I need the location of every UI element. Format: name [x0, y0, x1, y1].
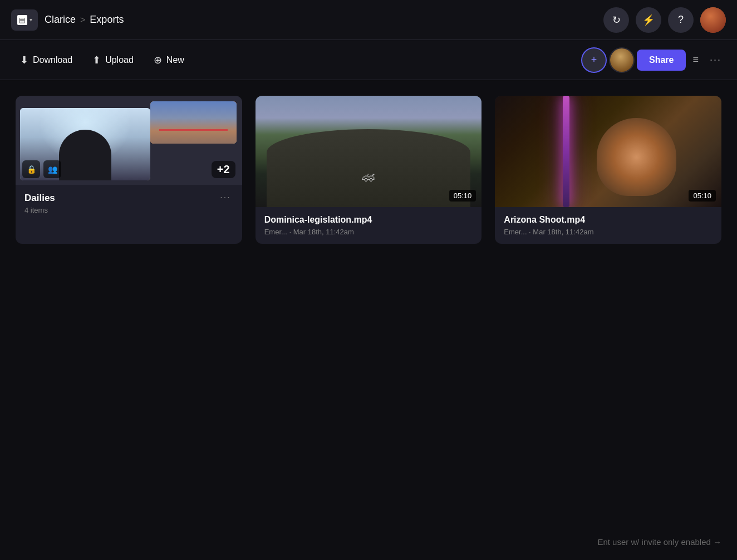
folder-text: Dailies 4 items: [24, 193, 55, 214]
folder-card-dailies[interactable]: 🔒 👥 +2 Dailies 4 items ···: [16, 96, 242, 244]
folder-title: Dailies: [24, 193, 55, 204]
upload-label: Upload: [105, 55, 134, 65]
main-content: 🔒 👥 +2 Dailies 4 items ··· 05:10: [0, 80, 737, 259]
video-thumbnail-dominica: 05:10: [256, 96, 482, 207]
new-icon: ⊕: [154, 54, 162, 66]
folder-subtitle: 4 items: [24, 206, 55, 214]
video-info-arizona: Arizona Shoot.mp4 Emer... · Mar 18th, 11…: [495, 207, 721, 244]
upload-icon: ⬆: [92, 54, 101, 66]
folder-info: Dailies 4 items ···: [16, 185, 242, 222]
lock-icon: 🔒: [22, 160, 40, 178]
list-view-icon: ≡: [692, 54, 699, 65]
page-footer: Ent user w/ invite only enabled →: [597, 537, 721, 547]
more-options-button[interactable]: ···: [705, 50, 726, 70]
folder-more-icon: ···: [220, 193, 230, 202]
video-card-dominica[interactable]: 05:10 Dominica-legislation.mp4 Emer... ·…: [256, 96, 482, 244]
new-button[interactable]: ⊕ New: [145, 50, 193, 71]
share-button[interactable]: Share: [637, 50, 686, 71]
folder-more-button[interactable]: ···: [218, 193, 233, 203]
group-icon: 👥: [43, 160, 61, 178]
folder-tab: [24, 96, 58, 97]
avatar-image: [700, 7, 726, 33]
add-member-icon: +: [591, 54, 597, 66]
user-avatar-button[interactable]: [700, 7, 726, 33]
bridge-preview: [150, 101, 237, 144]
video-title-arizona: Arizona Shoot.mp4: [504, 215, 713, 225]
nav-left: ▾ Clarice > Exports: [11, 9, 124, 31]
footer-link[interactable]: Ent user w/ invite only enabled →: [597, 537, 721, 547]
member-avatar-button[interactable]: [609, 47, 635, 73]
lightning-icon: ⚡: [642, 14, 655, 26]
folder-plus-count: +2: [212, 161, 235, 178]
logo-button[interactable]: ▾: [11, 9, 38, 31]
download-icon: ⬇: [20, 54, 28, 66]
video-duration-dominica: 05:10: [449, 190, 476, 202]
logo-icon: [17, 15, 27, 25]
video-meta-dominica: Emer... · Mar 18th, 11:42am: [264, 228, 473, 236]
help-button[interactable]: ?: [668, 7, 694, 33]
folder-thumbnail: 🔒 👥 +2: [16, 96, 242, 185]
breadcrumb: Clarice > Exports: [45, 14, 124, 26]
top-nav: ▾ Clarice > Exports ↻ ⚡ ?: [0, 0, 737, 40]
download-label: Download: [33, 55, 72, 65]
upload-button[interactable]: ⬆ Upload: [83, 50, 143, 71]
member-avatar-image: [610, 48, 633, 72]
nav-right: ↻ ⚡ ?: [603, 7, 726, 33]
help-icon: ?: [678, 14, 684, 26]
breadcrumb-separator: >: [80, 15, 85, 25]
list-view-button[interactable]: ≡: [688, 50, 703, 70]
breadcrumb-root[interactable]: Clarice: [45, 14, 76, 26]
download-button[interactable]: ⬇ Download: [11, 50, 81, 71]
video-card-arizona[interactable]: 05:10 Arizona Shoot.mp4 Emer... · Mar 18…: [495, 96, 721, 244]
video-meta-arizona: Emer... · Mar 18th, 11:42am: [504, 228, 713, 236]
refresh-button[interactable]: ↻: [603, 7, 629, 33]
folder-preview-small: [150, 101, 237, 144]
more-options-icon: ···: [710, 54, 721, 65]
add-member-button[interactable]: +: [581, 47, 607, 73]
chevron-down-icon: ▾: [30, 17, 32, 23]
new-label: New: [166, 55, 184, 65]
video-title-dominica: Dominica-legislation.mp4: [264, 215, 473, 225]
video-thumbnail-arizona: 05:10: [495, 96, 721, 207]
breadcrumb-current: Exports: [90, 14, 124, 26]
refresh-icon: ↻: [612, 14, 621, 26]
folder-overlay-icons: 🔒 👥: [22, 160, 61, 178]
racetrack-thumbnail: [256, 96, 482, 207]
video-duration-arizona: 05:10: [689, 190, 716, 202]
share-label: Share: [649, 55, 674, 65]
studio-thumbnail: [495, 96, 721, 207]
items-grid: 🔒 👥 +2 Dailies 4 items ··· 05:10: [16, 96, 721, 244]
lightning-button[interactable]: ⚡: [636, 7, 661, 33]
video-info-dominica: Dominica-legislation.mp4 Emer... · Mar 1…: [256, 207, 482, 244]
toolbar: ⬇ Download ⬆ Upload ⊕ New + Share ≡ ···: [0, 40, 737, 80]
